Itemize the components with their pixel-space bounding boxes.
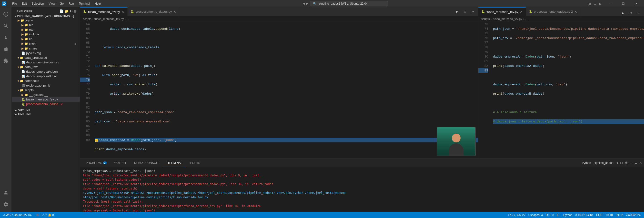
status-wsl[interactable]: ⎋ WSL: Ubuntu-22.04 (2, 212, 33, 218)
breadcrumb-fusao[interactable]: fusao_mercado_fev.py (94, 17, 124, 21)
breadcrumb-ellipsis[interactable]: ... (126, 17, 129, 21)
run-right-button[interactable]: ▶ (620, 10, 626, 16)
explorer-section[interactable]: ▾ PIPELINE_DADOS1 [WSL: UBUNTU-22...] (12, 14, 80, 18)
tree-item-lib64[interactable]: ▶ 📁 lib64 › (12, 41, 80, 46)
activity-explorer[interactable] (0, 8, 12, 20)
new-folder-icon[interactable]: 📁 (64, 9, 69, 13)
minimize-button[interactable]: — (604, 0, 616, 7)
tab-problems[interactable]: PROBLEMS 2 (82, 159, 110, 167)
maximize-button[interactable]: □ (618, 0, 629, 7)
refresh-icon[interactable]: ↻ (70, 9, 73, 13)
status-ln[interactable]: Ln 77, Col 27 (506, 212, 527, 218)
layout-icon-3[interactable]: ⊟ (598, 2, 602, 6)
tab-output[interactable]: OUTPUT (110, 159, 130, 167)
menu-file[interactable]: File (10, 1, 19, 6)
term-line-9: File "/home/joel_costa/Documentos/pipeli… (83, 204, 641, 208)
timeline-section[interactable]: ▶ TIMELINE (12, 112, 80, 116)
terminal-add-icon[interactable]: + (616, 161, 619, 165)
status-encoding[interactable]: UTF-8 (544, 212, 556, 218)
explorer-title: EXPLORER (16, 10, 32, 13)
layout-icon-1[interactable]: ⊞ (588, 2, 592, 6)
new-file-icon[interactable]: 📄 (59, 9, 64, 13)
tree-item-bin[interactable]: ▶ 📁 bin (12, 23, 80, 27)
tree-item-etc[interactable]: ▶ 📁 etc (12, 27, 80, 32)
nav-forward-icon[interactable]: ▶ (306, 2, 308, 6)
tree-item-data-raw[interactable]: ▾ 📁 data_raw (12, 64, 80, 69)
right-breadcrumb-fusao[interactable]: fusao_mercado_fev.py (493, 17, 522, 21)
folder-icon-lib64: ▶ 📁 (22, 42, 28, 45)
term-line-1: dados_empresaA = Dados(path_json, 'json'… (83, 169, 641, 173)
menu-view[interactable]: View (46, 1, 57, 6)
right-code-content[interactable]: path_json = '/home/joel_costa/Documentos… (490, 22, 644, 158)
terminal-trash-icon[interactable]: 🗑 (624, 161, 628, 165)
left-code-content[interactable]: dados_combinados_tabela.append(linha) re… (92, 22, 478, 158)
tab-terminal[interactable]: TERMINAL (164, 159, 186, 167)
status-errors[interactable]: ⊗ 0 ⚠ 2 🔔 0 (35, 212, 55, 218)
activity-settings[interactable] (0, 198, 12, 210)
menu-edit[interactable]: Edit (19, 1, 29, 6)
activity-extensions[interactable] (0, 55, 12, 67)
tree-item-exploracao[interactable]: 📓 exploracao.ipynb (12, 83, 80, 88)
error-icon: ⊗ (36, 213, 39, 217)
nav-back-icon[interactable]: ◀ (303, 2, 305, 6)
tree-item-processamento[interactable]: 🐍 processamento_dados...2 (12, 102, 80, 106)
tab-close-fusao-right[interactable]: ✕ (520, 10, 523, 14)
tab-close-fusao-left[interactable]: ✕ (122, 10, 124, 14)
menu-help[interactable]: Help (92, 1, 104, 6)
menu-terminal[interactable]: Terminal (76, 1, 92, 6)
menu-selection[interactable]: Selection (29, 1, 46, 6)
tab-fusao-left[interactable]: 🐍 fusao_mercado_fev.py ✕ (80, 7, 128, 16)
right-breadcrumb-ellipsis[interactable]: ... (525, 17, 528, 21)
right-breadcrumb-scripts[interactable]: scripts (481, 17, 490, 21)
panel-actions: Python - pipeline_dados1 + ⊟ 🗑 ⋯ ▲ ✕ (582, 161, 644, 165)
more-right-button[interactable]: ⋯ (635, 10, 642, 16)
breadcrumb-scripts[interactable]: scripts (83, 17, 92, 21)
tab-processamento-right[interactable]: 🐍 processamento_dados.py 2 ✕ (526, 7, 580, 16)
tree-item-dados-empresaA[interactable]: 📄 dados_empresaA.json (12, 69, 80, 74)
tree-item-pycache[interactable]: ▶ 📁 __pycache__ (12, 92, 80, 97)
tree-item-share[interactable]: ▶ 📁 share (12, 46, 80, 51)
close-button[interactable]: ✕ (631, 0, 642, 7)
activity-git[interactable] (0, 32, 12, 44)
layout-icon-2[interactable]: ⊡ (593, 2, 597, 6)
tree-item-lib[interactable]: ▶ 📁 lib (12, 36, 80, 41)
tree-item-data-processed[interactable]: ▾ 📁 data_processed (12, 55, 80, 60)
status-language[interactable]: Python (562, 212, 574, 218)
terminal-more-icon[interactable]: ⋯ (629, 161, 633, 165)
tree-item-dados-empresaB[interactable]: 📊 dados_empresaB.csv (12, 74, 80, 78)
status-por[interactable]: POR (595, 212, 604, 218)
run-button[interactable]: ▶ (454, 8, 460, 14)
term-line-3: self.dados = self.leitura_dados() (83, 178, 641, 182)
tab-ports[interactable]: PORTS (186, 159, 204, 167)
tab-close-processamento-right[interactable]: ✕ (574, 10, 577, 14)
menu-run[interactable]: Run (66, 1, 76, 6)
outline-section[interactable]: ▶ OUTLINE (12, 108, 80, 112)
tree-item-dados-combinados[interactable]: 📊 dados_combinados.csv (12, 60, 80, 64)
tree-item-fusao[interactable]: 🐍 fusao_mercado_fev.py (12, 97, 80, 102)
status-spaces[interactable]: Espaços: 4 (527, 212, 544, 218)
collapse-all-icon[interactable]: ⊟ (74, 9, 77, 13)
tree-item-notebooks[interactable]: ▾ 📁 notebooks (12, 78, 80, 83)
title-search-bar[interactable]: 🔍 pipeline_dados1 [WSL: Ubuntu-22.04] (310, 1, 388, 6)
terminal-split-icon[interactable]: ⊟ (620, 161, 623, 165)
menu-go[interactable]: Go (57, 1, 66, 6)
status-eol[interactable]: LF (556, 212, 562, 218)
tree-item-pyvenv[interactable]: 📄 pyvenv.cfg (12, 51, 80, 55)
activity-accounts[interactable] (0, 187, 12, 198)
terminal-content[interactable]: dados_empresaA = Dados(path_json, 'json'… (80, 167, 644, 212)
split-right-button[interactable]: ⊡ (628, 10, 634, 16)
tab-close-processamento-left[interactable]: ✕ (173, 10, 176, 14)
activity-search[interactable] (0, 20, 12, 32)
more-actions-button[interactable]: ⋯ (469, 8, 476, 14)
status-version[interactable]: 3.10.12 64-bit (574, 212, 594, 218)
tab-processamento-left[interactable]: 🐍 processamento_dados.py ✕ (128, 7, 180, 16)
split-editor-button[interactable]: ⊡ (462, 8, 468, 14)
terminal-maximize-icon[interactable]: ▲ (634, 161, 638, 165)
tab-debug-console[interactable]: DEBUG CONSOLE (130, 159, 164, 167)
tree-item-include[interactable]: ▶ 📁 include (12, 32, 80, 36)
terminal-close-icon[interactable]: ✕ (639, 161, 642, 165)
activity-debug[interactable] (0, 44, 12, 55)
tree-item-venv[interactable]: ▶ 📁 .venv (12, 18, 80, 23)
tree-item-scripts[interactable]: ▾ 📁 scripts (12, 88, 80, 92)
tab-fusao-right[interactable]: 🐍 fusao_mercado_fev.py ✕ (478, 7, 526, 16)
